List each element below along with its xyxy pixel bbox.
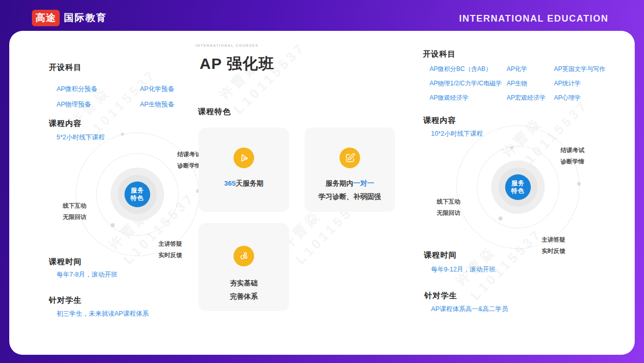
- highlight-text: 一对一: [353, 179, 374, 187]
- core-label-line1: 服务: [511, 179, 525, 187]
- feature-card-service-period: 365 365天服务期: [199, 128, 289, 212]
- logo-badge: 高途: [32, 10, 60, 26]
- core-label-line1: 服务: [131, 187, 144, 194]
- orbit-label-top-left-diagram: 结课考试诊断学情: [177, 149, 201, 171]
- feature-card-text: 365天服务期: [224, 177, 264, 190]
- service-core-badge: 服务 特色: [505, 174, 531, 200]
- right-target-heading: 针对学生: [424, 291, 457, 301]
- subject-link[interactable]: AP英国文学与写作: [554, 65, 605, 74]
- left-content-heading: 课程内容: [49, 119, 82, 129]
- logo-text: 国际教育: [64, 11, 107, 25]
- play-365-icon: 365: [234, 148, 254, 168]
- orbit-dot: [577, 182, 581, 186]
- orbit-dot: [121, 133, 124, 136]
- subject-link[interactable]: AP生物预备: [140, 100, 174, 109]
- subject-link[interactable]: AP化学: [507, 65, 554, 74]
- edit-icon: [339, 148, 360, 168]
- left-target-heading: 针对学生: [49, 296, 82, 305]
- highlight-text: 365: [224, 179, 236, 187]
- subject-link[interactable]: AP宏观经济学: [507, 94, 554, 102]
- plain-text: 服务期内: [326, 179, 353, 187]
- left-time-heading: 课程时间: [49, 257, 82, 267]
- molecule-icon: [234, 246, 254, 266]
- feature-card-foundation: 夯实基础 完善体系: [199, 223, 289, 311]
- orbit-label-left-left-diagram: 线下互动无限回访: [63, 200, 86, 223]
- features-heading: 课程特色: [198, 107, 231, 117]
- right-content-heading: 课程内容: [423, 116, 456, 125]
- orbit-dot: [510, 146, 513, 149]
- service-orbit-diagram: 服务 特色: [456, 125, 580, 249]
- eyebrow-text: INTERNATIONAL COURSES: [195, 44, 258, 47]
- orbit-label-bottom-left-diagram: 主讲答疑实时反馈: [158, 238, 182, 261]
- orbit-label-left-right-diagram: 线下互动无限回访: [437, 196, 460, 219]
- subject-link[interactable]: AP微积分预备: [57, 85, 140, 94]
- feature-card-text: 服务期内一对一 学习诊断、补弱固强: [318, 177, 381, 204]
- subject-link[interactable]: AP生物: [507, 79, 554, 88]
- left-time-value: 每年7-8月，滚动开班: [57, 270, 117, 279]
- service-core-badge: 服务 特色: [124, 182, 150, 207]
- plain-text: 学习诊断、补弱固强: [318, 190, 381, 204]
- left-subjects-list: AP微积分预备 AP化学预备 AP物理预备 AP生物预备: [57, 85, 174, 109]
- subject-link[interactable]: AP物理预备: [57, 100, 140, 109]
- feature-card-text: 夯实基础 完善体系: [230, 277, 258, 303]
- plain-text: 完善体系: [230, 290, 258, 303]
- orbit-dot: [498, 216, 503, 221]
- right-target-value: AP课程体系高一&高二学员: [431, 305, 508, 314]
- right-subjects-heading: 开设科目: [423, 49, 456, 59]
- svg-text:365: 365: [242, 157, 247, 160]
- page-background: 高途 国际教育 INTERNATIONAL EDUCATION 许曹焱L1011…: [0, 0, 644, 363]
- left-target-value: 初三学生，未来就读AP课程体系: [57, 310, 149, 318]
- subject-link[interactable]: AP微积分BC（含AB）: [430, 65, 507, 74]
- core-label-line2: 特色: [511, 187, 525, 195]
- feature-card-one-on-one: 服务期内一对一 学习诊断、补弱固强: [305, 128, 395, 212]
- core-label-line2: 特色: [131, 194, 144, 202]
- header-right-title: INTERNATIONAL EDUCATION: [459, 13, 609, 24]
- subject-link[interactable]: AP心理学: [554, 94, 605, 102]
- orbit-label-top-right-diagram: 结课考试诊断学情: [561, 144, 584, 167]
- subject-link[interactable]: AP统计学: [554, 79, 605, 88]
- orbit-label-bottom-right-diagram: 主讲答疑实时反馈: [542, 234, 565, 257]
- orbit-dot: [111, 223, 115, 227]
- right-time-heading: 课程时间: [424, 250, 457, 260]
- right-subjects-list: AP微积分BC（含AB） AP化学 AP英国文学与写作 AP物理1/2/C力学/…: [430, 65, 605, 102]
- plain-text: 夯实基础: [230, 277, 258, 290]
- content-panel: 许曹焱L10115537 许曹焱L10115537 许曹焱L10115537 许…: [9, 31, 635, 355]
- subject-link[interactable]: AP化学预备: [140, 85, 174, 94]
- left-subjects-heading: 开设科目: [49, 63, 82, 72]
- right-time-value: 每年9-12月，滚动开班: [431, 265, 495, 274]
- plain-text: 天服务期: [236, 179, 263, 187]
- subject-link[interactable]: AP物理1/2/C力学/C电磁学: [430, 79, 507, 88]
- page-title: AP 强化班: [200, 53, 274, 75]
- subject-link[interactable]: AP微观经济学: [430, 94, 507, 102]
- brand-logo: 高途 国际教育: [32, 10, 107, 26]
